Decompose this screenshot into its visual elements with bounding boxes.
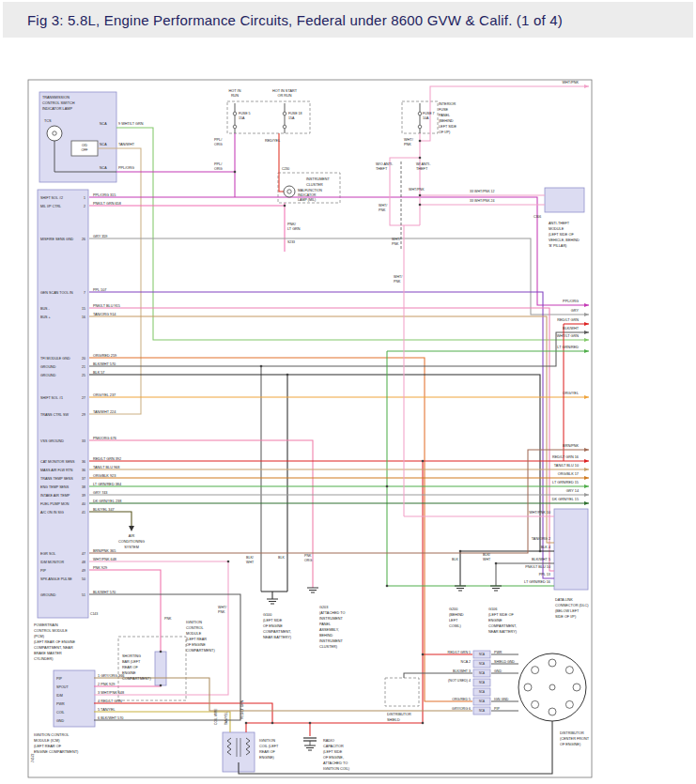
wire-blk <box>89 375 540 551</box>
distributor-tower <box>549 659 556 667</box>
pcm-pin-name: IDM MONITOR <box>40 561 64 564</box>
offpage-arrow <box>584 448 589 452</box>
splice-dot <box>245 722 248 725</box>
pcm-pin-name: TFI MODULE GND <box>40 357 70 361</box>
pcm-pin-name: TRANS CTRL SW <box>40 413 69 417</box>
label: PPL/ <box>214 138 223 142</box>
connector-pin-text: NCA <box>479 662 485 666</box>
label: BLK <box>278 556 285 560</box>
splice-dot <box>260 365 263 368</box>
label: LT GRN <box>287 227 301 231</box>
icm-wire-label: 5 TAN/YEL <box>98 708 116 712</box>
pcm-pin-name: MISFIRE SENS GND <box>40 238 74 241</box>
label: (LEFT SIDE OF <box>488 613 514 617</box>
pcm-wire-label: ORG/RED 259 <box>93 354 116 358</box>
label: PPL/ <box>214 162 223 166</box>
pcm-pin-number: 40 <box>82 502 85 506</box>
offpage-arrow <box>584 338 589 342</box>
splice-dot <box>286 374 289 377</box>
label: NCA <box>100 122 107 126</box>
anti-theft-module-box <box>545 188 584 212</box>
label: PNK <box>404 143 411 146</box>
label: ORG/BLK 17 <box>558 472 579 476</box>
label: OF ENGINE <box>263 624 283 628</box>
splice-dot <box>284 205 286 208</box>
pcm-pin-name: INTAKE AIR TEMP <box>40 494 70 498</box>
icm-pin-name: PWR <box>56 702 65 706</box>
label: PANEL <box>319 623 331 626</box>
connector-wire-label: NCA 2 <box>461 660 471 664</box>
distributor-tower <box>532 700 539 708</box>
icm-pin-name: IDM <box>56 694 63 698</box>
pcm-wire-label: PNK/LT GRN 658 <box>93 202 121 206</box>
pcm-pin-name: GROUND <box>40 374 56 377</box>
label: REAR OF <box>259 750 276 754</box>
wire-gry <box>89 238 589 315</box>
label: G106 <box>488 607 497 611</box>
pcm-pin-name: SPK ANGLE PULSE <box>40 577 72 581</box>
pcm-wire-label: GRY 743 <box>93 491 107 495</box>
splice-dot <box>160 684 162 687</box>
pcm-wire-label: WHT/PNK 648 <box>93 558 116 561</box>
pcm-pin-name: ENG TEMP SENS <box>40 485 70 489</box>
pcm-pin-number: 47 <box>82 552 85 556</box>
label: (ATTACHED TO <box>319 611 345 615</box>
label: HOT IN <box>229 89 241 93</box>
label: WHT/ <box>392 238 400 241</box>
label: GRY 14 <box>566 489 579 493</box>
splice-dot <box>309 722 312 725</box>
distributor-tower <box>565 667 573 674</box>
pcm-pin-number: 25 <box>82 374 85 377</box>
wire-pnkltblu <box>89 308 554 571</box>
pcm-pin-number: 41 <box>82 511 85 515</box>
label: INSTRUMENT <box>319 639 344 643</box>
pcm-wire-label: PNK/ORG 676 <box>93 437 116 440</box>
label: BEHIND <box>319 634 333 638</box>
connector-function-label: PWR <box>494 651 503 654</box>
label: CYLINDER) <box>34 657 54 661</box>
label: PNK <box>394 280 401 284</box>
wire-ppl <box>89 292 554 578</box>
pcm-pin-number: 29 <box>82 413 85 417</box>
label: OR RUN <box>278 94 292 98</box>
label: TAN/WHT <box>118 143 135 146</box>
wire-blkwht <box>89 332 589 366</box>
offpage-arrow <box>584 303 589 307</box>
pcm-wire-label: LT GRN/RED 384 <box>93 483 121 486</box>
connector-wire-label: (NOT USED) 4 <box>448 679 471 683</box>
label: (LEFT REAR OF ENGINE <box>34 640 75 644</box>
label: RED/LT GRN <box>557 318 579 322</box>
label: CONTROL MODULE <box>34 629 68 633</box>
icm-wire-label: 3 WHT/PNK 648 <box>98 691 124 695</box>
label: IGNITION <box>186 621 202 624</box>
label: O/D <box>82 144 88 147</box>
label: BLK <box>452 558 458 561</box>
label: FUSE <box>439 108 449 112</box>
label: ORG <box>214 167 223 171</box>
splice-dot <box>227 561 230 563</box>
icm-pin-name: COIL <box>56 711 65 715</box>
label: PNK <box>218 610 225 614</box>
offpage-arrow <box>584 468 589 471</box>
fuse-terminal <box>418 125 422 129</box>
label: WHT <box>483 558 491 561</box>
label: BLK/ <box>483 553 490 557</box>
splice-dot <box>419 204 422 207</box>
label: (LEFT SIDE OF <box>549 233 574 237</box>
label: COWL) <box>449 624 461 628</box>
label: ORG/YEL <box>563 392 579 395</box>
offpage-arrow <box>584 459 589 463</box>
label: WHT/LT GRN <box>557 334 580 338</box>
pcm-pin-name: EGR SOL <box>40 552 55 556</box>
label: ENGINE) <box>259 756 275 760</box>
label: COIL WIRE <box>214 708 218 725</box>
connector-pin-text: NCA <box>479 681 485 684</box>
label: BLK/WHT 5 <box>532 558 550 561</box>
label: COMPARTMENT, <box>488 624 517 628</box>
connector-pin-text: NCA <box>479 709 485 713</box>
label: W/O ANTI- <box>376 162 394 166</box>
label: SHORTING <box>122 654 141 658</box>
connector-pin-text: NCA <box>479 690 485 694</box>
fuse-terminal <box>233 125 237 129</box>
pcm-pin-number: 38 <box>82 485 85 489</box>
